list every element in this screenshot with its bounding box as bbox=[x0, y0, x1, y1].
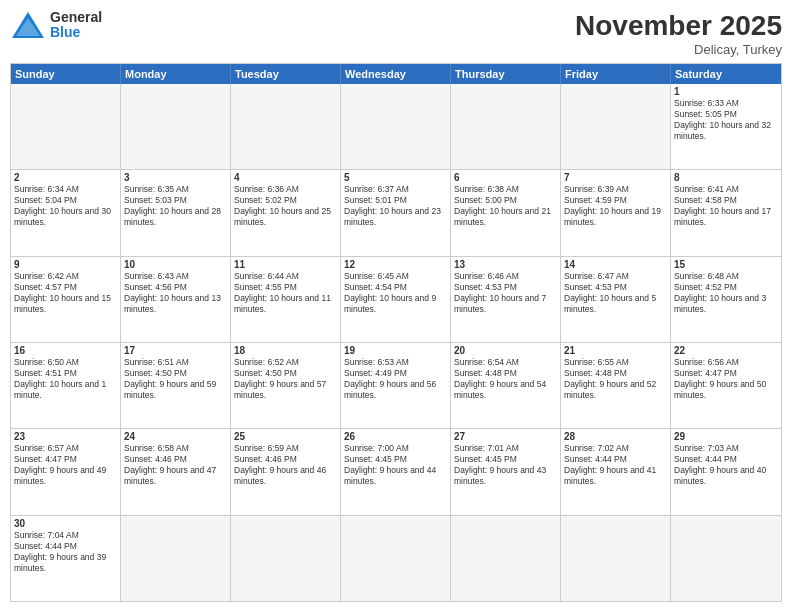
day-info: Sunrise: 6:35 AM Sunset: 5:03 PM Dayligh… bbox=[124, 184, 227, 228]
day-info: Sunrise: 6:41 AM Sunset: 4:58 PM Dayligh… bbox=[674, 184, 778, 228]
cell-w1-d0: 2Sunrise: 6:34 AM Sunset: 5:04 PM Daylig… bbox=[11, 170, 121, 255]
day-number: 11 bbox=[234, 259, 337, 270]
day-number: 27 bbox=[454, 431, 557, 442]
cell-w1-d2: 4Sunrise: 6:36 AM Sunset: 5:02 PM Daylig… bbox=[231, 170, 341, 255]
cell-w1-d3: 5Sunrise: 6:37 AM Sunset: 5:01 PM Daylig… bbox=[341, 170, 451, 255]
day-number: 22 bbox=[674, 345, 778, 356]
day-info: Sunrise: 6:46 AM Sunset: 4:53 PM Dayligh… bbox=[454, 271, 557, 315]
calendar: Sunday Monday Tuesday Wednesday Thursday… bbox=[10, 63, 782, 602]
header: General Blue November 2025 Delicay, Turk… bbox=[10, 10, 782, 57]
cell-w0-d1 bbox=[121, 84, 231, 169]
cell-w4-d1: 24Sunrise: 6:58 AM Sunset: 4:46 PM Dayli… bbox=[121, 429, 231, 514]
header-thursday: Thursday bbox=[451, 64, 561, 84]
cell-w2-d5: 14Sunrise: 6:47 AM Sunset: 4:53 PM Dayli… bbox=[561, 257, 671, 342]
day-info: Sunrise: 7:04 AM Sunset: 4:44 PM Dayligh… bbox=[14, 530, 117, 574]
day-number: 20 bbox=[454, 345, 557, 356]
day-info: Sunrise: 6:45 AM Sunset: 4:54 PM Dayligh… bbox=[344, 271, 447, 315]
cell-w2-d2: 11Sunrise: 6:44 AM Sunset: 4:55 PM Dayli… bbox=[231, 257, 341, 342]
cell-w2-d0: 9Sunrise: 6:42 AM Sunset: 4:57 PM Daylig… bbox=[11, 257, 121, 342]
cell-w5-d5 bbox=[561, 516, 671, 601]
day-info: Sunrise: 6:53 AM Sunset: 4:49 PM Dayligh… bbox=[344, 357, 447, 401]
cell-w4-d0: 23Sunrise: 6:57 AM Sunset: 4:47 PM Dayli… bbox=[11, 429, 121, 514]
day-number: 28 bbox=[564, 431, 667, 442]
header-saturday: Saturday bbox=[671, 64, 781, 84]
cell-w2-d1: 10Sunrise: 6:43 AM Sunset: 4:56 PM Dayli… bbox=[121, 257, 231, 342]
cell-w3-d2: 18Sunrise: 6:52 AM Sunset: 4:50 PM Dayli… bbox=[231, 343, 341, 428]
day-number: 5 bbox=[344, 172, 447, 183]
cell-w5-d6 bbox=[671, 516, 781, 601]
week-row-2: 9Sunrise: 6:42 AM Sunset: 4:57 PM Daylig… bbox=[11, 257, 781, 343]
cell-w3-d4: 20Sunrise: 6:54 AM Sunset: 4:48 PM Dayli… bbox=[451, 343, 561, 428]
cell-w2-d4: 13Sunrise: 6:46 AM Sunset: 4:53 PM Dayli… bbox=[451, 257, 561, 342]
day-info: Sunrise: 6:57 AM Sunset: 4:47 PM Dayligh… bbox=[14, 443, 117, 487]
cell-w4-d5: 28Sunrise: 7:02 AM Sunset: 4:44 PM Dayli… bbox=[561, 429, 671, 514]
calendar-header: Sunday Monday Tuesday Wednesday Thursday… bbox=[11, 64, 781, 84]
day-number: 21 bbox=[564, 345, 667, 356]
day-info: Sunrise: 6:51 AM Sunset: 4:50 PM Dayligh… bbox=[124, 357, 227, 401]
day-number: 6 bbox=[454, 172, 557, 183]
day-info: Sunrise: 6:55 AM Sunset: 4:48 PM Dayligh… bbox=[564, 357, 667, 401]
day-number: 13 bbox=[454, 259, 557, 270]
day-number: 4 bbox=[234, 172, 337, 183]
cell-w2-d3: 12Sunrise: 6:45 AM Sunset: 4:54 PM Dayli… bbox=[341, 257, 451, 342]
day-number: 19 bbox=[344, 345, 447, 356]
cell-w5-d4 bbox=[451, 516, 561, 601]
cell-w5-d0: 30Sunrise: 7:04 AM Sunset: 4:44 PM Dayli… bbox=[11, 516, 121, 601]
day-number: 17 bbox=[124, 345, 227, 356]
day-info: Sunrise: 6:56 AM Sunset: 4:47 PM Dayligh… bbox=[674, 357, 778, 401]
cell-w5-d3 bbox=[341, 516, 451, 601]
page: General Blue November 2025 Delicay, Turk… bbox=[0, 0, 792, 612]
header-monday: Monday bbox=[121, 64, 231, 84]
day-info: Sunrise: 6:48 AM Sunset: 4:52 PM Dayligh… bbox=[674, 271, 778, 315]
subtitle: Delicay, Turkey bbox=[575, 42, 782, 57]
day-info: Sunrise: 6:34 AM Sunset: 5:04 PM Dayligh… bbox=[14, 184, 117, 228]
week-row-0: 1Sunrise: 6:33 AM Sunset: 5:05 PM Daylig… bbox=[11, 84, 781, 170]
cell-w2-d6: 15Sunrise: 6:48 AM Sunset: 4:52 PM Dayli… bbox=[671, 257, 781, 342]
day-number: 23 bbox=[14, 431, 117, 442]
cell-w0-d4 bbox=[451, 84, 561, 169]
day-info: Sunrise: 6:50 AM Sunset: 4:51 PM Dayligh… bbox=[14, 357, 117, 401]
day-info: Sunrise: 6:37 AM Sunset: 5:01 PM Dayligh… bbox=[344, 184, 447, 228]
week-row-3: 16Sunrise: 6:50 AM Sunset: 4:51 PM Dayli… bbox=[11, 343, 781, 429]
day-number: 10 bbox=[124, 259, 227, 270]
day-number: 29 bbox=[674, 431, 778, 442]
day-number: 15 bbox=[674, 259, 778, 270]
cell-w0-d0 bbox=[11, 84, 121, 169]
header-tuesday: Tuesday bbox=[231, 64, 341, 84]
cell-w4-d4: 27Sunrise: 7:01 AM Sunset: 4:45 PM Dayli… bbox=[451, 429, 561, 514]
day-info: Sunrise: 6:58 AM Sunset: 4:46 PM Dayligh… bbox=[124, 443, 227, 487]
day-info: Sunrise: 6:59 AM Sunset: 4:46 PM Dayligh… bbox=[234, 443, 337, 487]
day-number: 9 bbox=[14, 259, 117, 270]
day-info: Sunrise: 7:02 AM Sunset: 4:44 PM Dayligh… bbox=[564, 443, 667, 487]
day-info: Sunrise: 6:43 AM Sunset: 4:56 PM Dayligh… bbox=[124, 271, 227, 315]
cell-w3-d6: 22Sunrise: 6:56 AM Sunset: 4:47 PM Dayli… bbox=[671, 343, 781, 428]
day-number: 7 bbox=[564, 172, 667, 183]
title-block: November 2025 Delicay, Turkey bbox=[575, 10, 782, 57]
day-number: 8 bbox=[674, 172, 778, 183]
day-info: Sunrise: 6:54 AM Sunset: 4:48 PM Dayligh… bbox=[454, 357, 557, 401]
day-info: Sunrise: 6:33 AM Sunset: 5:05 PM Dayligh… bbox=[674, 98, 778, 142]
cell-w4-d6: 29Sunrise: 7:03 AM Sunset: 4:44 PM Dayli… bbox=[671, 429, 781, 514]
day-number: 16 bbox=[14, 345, 117, 356]
day-number: 12 bbox=[344, 259, 447, 270]
cell-w0-d3 bbox=[341, 84, 451, 169]
cell-w1-d4: 6Sunrise: 6:38 AM Sunset: 5:00 PM Daylig… bbox=[451, 170, 561, 255]
day-number: 2 bbox=[14, 172, 117, 183]
main-title: November 2025 bbox=[575, 10, 782, 42]
calendar-body: 1Sunrise: 6:33 AM Sunset: 5:05 PM Daylig… bbox=[11, 84, 781, 601]
header-sunday: Sunday bbox=[11, 64, 121, 84]
logo-general: General bbox=[50, 9, 102, 25]
cell-w0-d2 bbox=[231, 84, 341, 169]
header-friday: Friday bbox=[561, 64, 671, 84]
cell-w3-d0: 16Sunrise: 6:50 AM Sunset: 4:51 PM Dayli… bbox=[11, 343, 121, 428]
week-row-5: 30Sunrise: 7:04 AM Sunset: 4:44 PM Dayli… bbox=[11, 516, 781, 601]
logo-blue: Blue bbox=[50, 24, 80, 40]
day-info: Sunrise: 6:39 AM Sunset: 4:59 PM Dayligh… bbox=[564, 184, 667, 228]
cell-w3-d3: 19Sunrise: 6:53 AM Sunset: 4:49 PM Dayli… bbox=[341, 343, 451, 428]
cell-w5-d1 bbox=[121, 516, 231, 601]
cell-w1-d5: 7Sunrise: 6:39 AM Sunset: 4:59 PM Daylig… bbox=[561, 170, 671, 255]
cell-w0-d6: 1Sunrise: 6:33 AM Sunset: 5:05 PM Daylig… bbox=[671, 84, 781, 169]
day-info: Sunrise: 6:38 AM Sunset: 5:00 PM Dayligh… bbox=[454, 184, 557, 228]
cell-w5-d2 bbox=[231, 516, 341, 601]
week-row-4: 23Sunrise: 6:57 AM Sunset: 4:47 PM Dayli… bbox=[11, 429, 781, 515]
